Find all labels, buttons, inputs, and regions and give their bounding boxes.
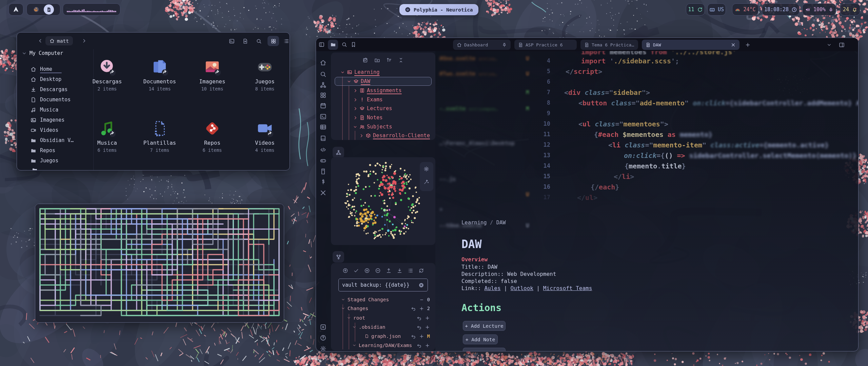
- folder-juegos[interactable]: Juegos8 items: [241, 58, 289, 92]
- ribbon-terminal-icon[interactable]: [320, 113, 327, 120]
- ribbon-codepct-icon[interactable]: [320, 146, 327, 153]
- tree-item-desarrollo-cliente[interactable]: Desarrollo-Cliente: [359, 131, 430, 140]
- active-workspace[interactable]: [44, 4, 54, 15]
- graph-panel-tab[interactable]: [333, 147, 344, 158]
- ribbon-vault-icon[interactable]: [320, 324, 327, 330]
- workspaces[interactable]: [26, 3, 60, 16]
- folder-musica[interactable]: Musica6 items: [83, 119, 131, 153]
- keyboard-layout-widget[interactable]: US: [707, 3, 726, 16]
- sidebar-item-home[interactable]: Home: [31, 65, 52, 73]
- sidebar-item-repos[interactable]: Repos: [31, 146, 55, 155]
- open-terminal-button[interactable]: [227, 37, 236, 45]
- git-row-actions[interactable]: [417, 314, 430, 322]
- breadcrumb[interactable]: matt: [45, 36, 73, 45]
- list-view-button[interactable]: [282, 37, 290, 45]
- tree-item-daw[interactable]: DAW: [347, 77, 370, 85]
- git-check-icon[interactable]: [353, 268, 359, 273]
- git-panel-tab[interactable]: [333, 251, 344, 263]
- git-download-tray-icon[interactable]: [397, 268, 402, 273]
- git-row-staged-changes[interactable]: Staged Changes: [341, 296, 389, 303]
- notifications-widget[interactable]: 24: [840, 3, 860, 16]
- ribbon-calendar-icon[interactable]: [320, 102, 327, 109]
- sidebar-item-juegos[interactable]: Juegos: [31, 157, 58, 165]
- git-refresh-icon[interactable]: [418, 268, 424, 273]
- tab-daw[interactable]: DAW: [642, 40, 739, 50]
- sidebar-item-documentos[interactable]: Documentos: [31, 96, 71, 104]
- bookmark-icon[interactable]: [351, 42, 356, 47]
- new-folder-button[interactable]: [241, 37, 250, 45]
- add-lecture-button[interactable]: + Add Lecture: [463, 321, 506, 331]
- sidebar-item-desktop[interactable]: Desktop: [31, 75, 61, 83]
- link-microsoft-teams[interactable]: Microsoft Teams: [543, 285, 592, 291]
- sidebar-item-musica[interactable]: Musica: [31, 106, 58, 114]
- obsidian-search-icon[interactable]: [341, 42, 347, 47]
- git-plus-circle-icon[interactable]: [364, 268, 370, 273]
- git-row-actions[interactable]: [417, 323, 430, 331]
- git-row-actions[interactable]: 0: [419, 296, 430, 303]
- ribbon-page-icon[interactable]: [320, 168, 327, 175]
- tree-item-lectures[interactable]: Lectures: [353, 104, 392, 113]
- folder-plus-icon[interactable]: [374, 57, 380, 63]
- git-row-actions[interactable]: [417, 342, 430, 349]
- sidebar-item-obsidian-v-[interactable]: Obsidian V…: [31, 136, 74, 144]
- ribbon-book-icon[interactable]: [320, 135, 327, 142]
- graph-settings-icon[interactable]: [423, 166, 429, 172]
- folder-documentos[interactable]: Documentos14 items: [136, 58, 183, 92]
- tab-tema-6-pr-cticas-[interactable]: Tema 6 Prácticas -…: [580, 40, 638, 50]
- tree-item-notes[interactable]: Notes: [353, 114, 383, 122]
- tree-item-learning[interactable]: Learning: [340, 68, 380, 76]
- files-tab-button[interactable]: [328, 40, 338, 50]
- media-player-widget[interactable]: Polyphia - Neurotica: [399, 4, 478, 15]
- tree-item-assignments[interactable]: Assignments: [353, 86, 402, 95]
- sidebar-item-descargas[interactable]: Descargas: [31, 85, 67, 94]
- updates-widget[interactable]: 11: [686, 3, 705, 16]
- collapse-icon[interactable]: [398, 57, 404, 63]
- git-row-actions[interactable]: M: [411, 332, 430, 340]
- firefox-workspace-icon[interactable]: [33, 6, 40, 13]
- ribbon-help-icon[interactable]: [320, 334, 327, 341]
- clock-widget[interactable]: 18:08:28: [762, 3, 800, 16]
- pencil-square-icon[interactable]: [362, 57, 368, 63]
- tab-asp-practice-6[interactable]: ASP Practice 6: [514, 40, 577, 50]
- git-row-graph-json[interactable]: graph.json: [365, 332, 401, 340]
- ribbon-home-icon[interactable]: [320, 59, 327, 66]
- tree-item-exams[interactable]: Exams: [353, 96, 383, 104]
- git-row-actions[interactable]: 2: [411, 305, 430, 312]
- git-up-circle-icon[interactable]: [342, 268, 348, 273]
- git-row-learning-daw-exams[interactable]: Learning/DAW/Exams: [352, 342, 412, 349]
- launcher-button[interactable]: [8, 3, 23, 16]
- toggle-left-sidebar-icon[interactable]: [319, 42, 324, 47]
- close-tab-icon[interactable]: [731, 42, 736, 47]
- weather-widget[interactable]: 24°C: [732, 3, 758, 16]
- ribbon-gamepad-icon[interactable]: [320, 157, 327, 164]
- commit-message-input[interactable]: vault backup: {{date}}: [338, 279, 428, 291]
- link-aules[interactable]: Aules: [484, 285, 500, 291]
- git-row-changes[interactable]: Changes: [341, 305, 368, 312]
- forward-button[interactable]: [80, 37, 87, 44]
- ribbon-network-icon[interactable]: [320, 82, 327, 88]
- tab-dashboard[interactable]: Dashboard: [453, 40, 511, 50]
- graph-filter-icon[interactable]: [423, 179, 429, 185]
- git-list-icon[interactable]: [408, 268, 413, 273]
- folder-videos[interactable]: Videos4 items: [241, 119, 289, 153]
- clipped-button[interactable]: [463, 348, 506, 351]
- audio-widget[interactable]: 100%: [802, 3, 836, 16]
- folder-imagenes[interactable]: Imagenes10 items: [189, 58, 236, 92]
- ribbon-gear-icon[interactable]: [320, 345, 327, 351]
- sidebar-root[interactable]: My Computer: [22, 50, 63, 56]
- git-upload-icon[interactable]: [386, 268, 392, 273]
- folder-plantillas[interactable]: Plantillas7 items: [136, 119, 183, 153]
- tree-item-subjects[interactable]: Subjects: [353, 123, 392, 131]
- sidebar-item-imagenes[interactable]: Imagenes: [31, 116, 64, 124]
- link-outlook[interactable]: Outlook: [511, 285, 533, 291]
- ribbon-xtools-icon[interactable]: [320, 189, 327, 196]
- note-breadcrumb[interactable]: Learning / DAW: [461, 220, 506, 226]
- ribbon-grid4-icon[interactable]: [320, 92, 327, 99]
- back-button[interactable]: [37, 37, 44, 44]
- grid-view-button[interactable]: [268, 36, 279, 46]
- ribbon-table-icon[interactable]: [320, 124, 327, 130]
- git-row-root[interactable]: root: [347, 314, 365, 322]
- git-row--obsidian[interactable]: .obsidian: [352, 323, 386, 331]
- toggle-right-sidebar-icon[interactable]: [837, 40, 846, 50]
- tab-list-chevron[interactable]: [825, 40, 833, 50]
